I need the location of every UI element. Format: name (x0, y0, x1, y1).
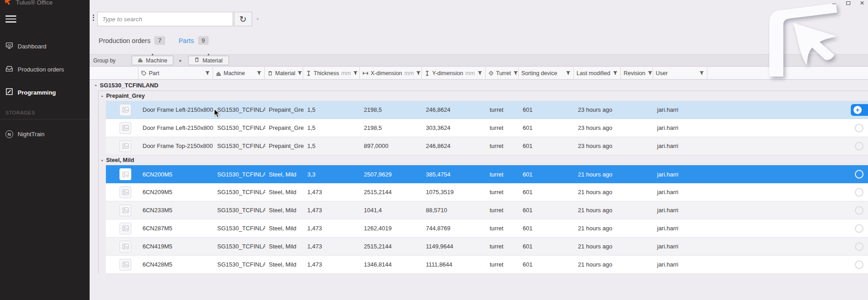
part-thumbnail[interactable] (119, 140, 131, 152)
table-row[interactable]: Door Frame Left-2150x800x50SG1530_TCFINL… (106, 119, 868, 137)
subgroup-header-material[interactable]: ▴Prepaint_Grey (99, 91, 868, 101)
part-thumbnail[interactable] (119, 186, 131, 198)
group-chip-material[interactable]: ▲ Material (188, 56, 229, 65)
row-select-circle[interactable] (855, 170, 863, 179)
refresh-button[interactable]: ↻ (234, 12, 252, 26)
sidebar-item-nighttrain[interactable]: N NightTrain (0, 127, 90, 141)
column-header-material[interactable]: Material (265, 67, 303, 79)
table-row[interactable]: 6CN419M5SG1530_TCFINLANDSteel, Mild1,473… (106, 238, 868, 256)
tab-production-orders[interactable]: Production orders 7 (99, 36, 165, 45)
group-chip-machine[interactable]: ▲ Machine (132, 56, 173, 65)
tab-bar: Production orders 7 Parts 9 (99, 36, 209, 45)
thumbnail-cell (112, 201, 139, 219)
row-select-circle[interactable] (855, 188, 863, 196)
part-thumbnail[interactable] (119, 259, 131, 271)
table-row[interactable]: Door Frame Top-2150x800SG1530_TCFINLANDP… (106, 137, 868, 155)
sort-caret-icon: ▲ (151, 52, 154, 56)
turret-cell: turret (486, 119, 519, 137)
column-header-modified[interactable]: Last modified (574, 67, 621, 79)
column-header-part[interactable]: Part (138, 67, 213, 79)
minimize-button[interactable]: – (831, 0, 837, 6)
sidebar-item-dashboard[interactable]: Dashboard (0, 39, 90, 53)
filter-icon[interactable] (477, 71, 482, 76)
part-thumbnail[interactable] (119, 223, 131, 234)
row-select-circle[interactable] (855, 242, 863, 251)
column-header-y[interactable]: Y-dimensionmm (422, 67, 486, 79)
sidebar-item-production-orders[interactable]: Production orders (0, 62, 90, 76)
filter-icon[interactable] (257, 71, 262, 76)
group-header-machine[interactable]: ▴ SG1530_TCFINLAND (90, 80, 868, 90)
column-header-revision[interactable]: Revision (621, 67, 653, 79)
y-cell: 303,3624 (422, 119, 486, 137)
row-select-circle[interactable] (855, 142, 863, 150)
table-row[interactable]: 6CN287M5SG1530_TCFINLANDSteel, Mild1,473… (106, 219, 868, 238)
turret-cell: turret (486, 101, 519, 119)
part-thumbnail[interactable] (119, 241, 131, 252)
header-thumbnail-column (112, 67, 138, 79)
subgroup-header-material[interactable]: ▴Steel, Mild (99, 155, 868, 165)
y-cell: 1075,3519 (422, 183, 486, 201)
chevron-right-icon[interactable]: ▸ (180, 58, 182, 63)
part-thumbnail[interactable] (119, 205, 131, 216)
column-header-sorting[interactable]: Sorting device (519, 67, 574, 79)
filter-icon[interactable] (648, 71, 653, 76)
part-cell: Door Frame Top-2150x800 (139, 137, 214, 155)
filter-icon[interactable] (416, 71, 421, 76)
tulus-logo-icon (4, 0, 12, 8)
column-header-user[interactable]: User (653, 67, 707, 79)
part-thumbnail[interactable] (119, 168, 131, 180)
row-select-circle[interactable] (855, 124, 863, 132)
table-row[interactable]: 6CN428M5SG1530_TCFINLANDSteel, Mild1,473… (106, 256, 868, 274)
machine-cell: SG1530_TCFINLAND (214, 101, 265, 119)
material-cell: Steel, Mild (265, 238, 304, 255)
part-cell: 6CN428M5 (139, 256, 214, 273)
column-header-x[interactable]: X-dimensionmm (360, 67, 422, 79)
chevron-down-icon[interactable]: ▾ (257, 17, 259, 21)
part-thumbnail[interactable] (119, 122, 131, 134)
column-header-machine[interactable]: Machine (213, 67, 265, 79)
kebab-menu-icon[interactable] (93, 13, 95, 22)
material-cell: Steel, Mild (265, 183, 304, 201)
search-input[interactable] (97, 12, 233, 26)
x-cell: 1041,4 (360, 201, 422, 219)
tab-parts[interactable]: Parts 9 (179, 36, 209, 45)
rows-group: Door Frame Left-2150x800SG1530_TCFINLAND… (106, 101, 868, 155)
parts-table: ▴ SG1530_TCFINLAND ▴Prepaint_GreyDoor Fr… (90, 80, 868, 274)
table-row[interactable]: 6CN200M5SG1530_TCFINLANDSteel, Mild3,325… (106, 165, 868, 183)
sorting-cell: 601 (519, 201, 574, 219)
row-trailing (708, 137, 868, 155)
sidebar-item-label: Dashboard (18, 43, 47, 50)
add-to-order-button[interactable]: + (851, 104, 868, 116)
column-header-thickness[interactable]: Thicknessmm (303, 67, 360, 79)
row-select-circle[interactable] (855, 206, 863, 214)
sort-caret-icon: ▲ (207, 52, 210, 56)
close-button[interactable]: × (859, 0, 865, 6)
column-header-turret[interactable]: Turret (486, 67, 519, 79)
y-cell: 385,4754 (422, 165, 486, 183)
filter-icon[interactable] (613, 71, 618, 76)
row-select-circle[interactable] (855, 260, 863, 269)
row-select-circle[interactable] (855, 224, 863, 233)
x-cell: 1262,4019 (360, 219, 422, 237)
table-row[interactable]: 6CN233M5SG1530_TCFINLANDSteel, Mild1,473… (106, 201, 868, 219)
filter-icon[interactable] (699, 71, 704, 76)
window-controls: – × (831, 0, 865, 6)
part-thumbnail[interactable] (119, 104, 131, 116)
filter-icon[interactable] (513, 71, 518, 76)
filter-icon[interactable] (205, 71, 210, 76)
thumbnail-cell (112, 183, 139, 201)
filter-icon[interactable] (353, 71, 358, 76)
table-row[interactable]: Door Frame Left-2150x800SG1530_TCFINLAND… (106, 101, 868, 119)
thumbnail-cell (112, 137, 139, 155)
restore-button[interactable] (845, 0, 851, 6)
sidebar-item-programming[interactable]: Programming (0, 85, 90, 100)
thickness-cell: 1,5 (304, 137, 360, 155)
sorting-cell: 601 (519, 256, 574, 273)
filter-icon[interactable] (566, 71, 571, 76)
table-row[interactable]: 6CN209M5SG1530_TCFINLANDSteel, Mild1,473… (106, 183, 868, 201)
part-cell: 6CN233M5 (139, 201, 214, 219)
tab-count-badge: 9 (198, 36, 209, 45)
hamburger-menu-icon[interactable] (5, 14, 16, 24)
collapse-triangle-icon: ▴ (101, 158, 103, 162)
filter-icon[interactable] (297, 71, 302, 76)
